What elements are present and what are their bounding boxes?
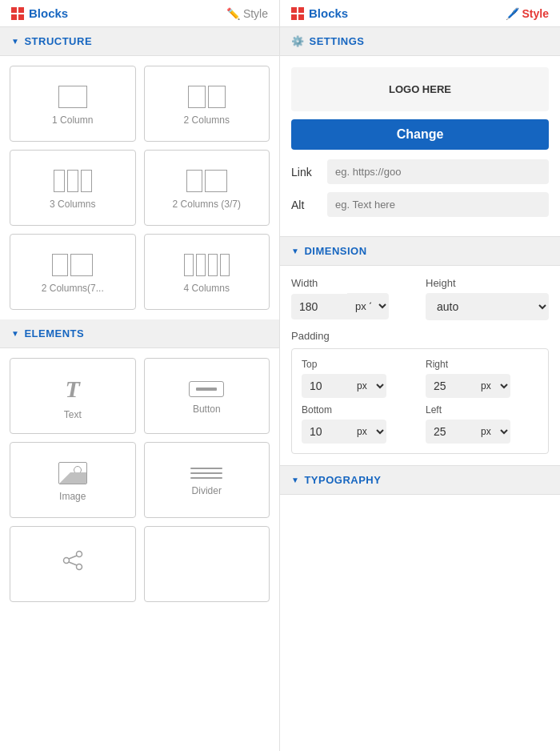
elements-section-header: ▼ ELEMENTS bbox=[0, 319, 279, 348]
padding-top-right-row: Top px ⇅ Right px ⇅ bbox=[302, 359, 538, 398]
padding-bottom-group: Bottom px ⇅ bbox=[302, 404, 414, 444]
padding-top-group: Top px ⇅ bbox=[302, 359, 414, 398]
block-2-columns-73-label: 2 Columns(7... bbox=[42, 283, 104, 294]
padding-right-input[interactable] bbox=[426, 374, 474, 398]
block-2-columns-37-label: 2 Columns (3/7) bbox=[173, 199, 241, 210]
element-empty[interactable] bbox=[144, 526, 270, 602]
left-panel-header: Blocks ✏️ Style bbox=[0, 0, 279, 27]
image-element-icon bbox=[58, 462, 87, 484]
padding-bottom-unit[interactable]: px ⇅ bbox=[350, 420, 386, 444]
left-panel: Blocks ✏️ Style ▼ STRUCTURE 1 Column 2 C… bbox=[0, 0, 280, 751]
element-image-label: Image bbox=[59, 491, 86, 502]
logo-text: LOGO HERE bbox=[389, 83, 451, 95]
right-style-label: Style bbox=[522, 7, 549, 20]
padding-left-group: Left px ⇅ bbox=[426, 404, 538, 444]
link-input[interactable] bbox=[327, 159, 549, 184]
padding-bottom-label: Bottom bbox=[302, 404, 414, 416]
element-share[interactable] bbox=[10, 526, 136, 602]
blocks-icon bbox=[11, 7, 24, 20]
1-column-icon bbox=[58, 86, 87, 108]
svg-line-3 bbox=[69, 556, 77, 559]
element-image[interactable]: Image bbox=[10, 442, 136, 518]
padding-box: Top px ⇅ Right px ⇅ bbox=[291, 348, 549, 454]
padding-top-wrap: px ⇅ bbox=[302, 374, 414, 398]
element-button-label: Button bbox=[193, 404, 221, 415]
dimension-title: DIMENSION bbox=[304, 245, 366, 257]
block-3-columns[interactable]: 3 Columns bbox=[10, 150, 136, 226]
style-tab-left[interactable]: ✏️ Style bbox=[226, 7, 268, 20]
block-2-columns-73[interactable]: 2 Columns(7... bbox=[10, 234, 136, 310]
padding-top-input[interactable] bbox=[302, 374, 350, 398]
right-panel-header: Blocks 🖊️ Style bbox=[280, 0, 560, 27]
2-columns-37-icon bbox=[186, 170, 227, 192]
svg-line-4 bbox=[69, 562, 77, 565]
settings-section-header: ⚙️ SETTINGS bbox=[280, 27, 560, 56]
padding-top-unit[interactable]: px ⇅ bbox=[350, 374, 386, 398]
svg-point-2 bbox=[76, 564, 82, 569]
typography-section-header[interactable]: ▼ TYPOGRAPHY bbox=[280, 466, 560, 495]
padding-bottom-input[interactable] bbox=[302, 420, 350, 444]
svg-point-1 bbox=[63, 557, 69, 563]
link-label: Link bbox=[291, 166, 319, 179]
2-columns-icon bbox=[188, 86, 226, 108]
padding-left-label: Left bbox=[426, 404, 538, 416]
divider-element-icon bbox=[190, 468, 222, 479]
elements-title: ELEMENTS bbox=[24, 327, 84, 339]
dimension-section-header: ▼ DIMENSION bbox=[280, 237, 560, 266]
width-input[interactable] bbox=[291, 294, 347, 319]
height-select[interactable]: auto px bbox=[426, 293, 549, 320]
blocks-tab[interactable]: Blocks bbox=[11, 6, 68, 20]
elements-grid: T Text Button Image Divider bbox=[0, 348, 279, 612]
padding-bottom-wrap: px ⇅ bbox=[302, 420, 414, 444]
block-1-column[interactable]: 1 Column bbox=[10, 66, 136, 142]
text-element-icon: T bbox=[66, 376, 80, 403]
element-divider[interactable]: Divider bbox=[144, 442, 270, 518]
right-panel: Blocks 🖊️ Style ⚙️ SETTINGS LOGO HERE Ch… bbox=[280, 0, 560, 751]
structure-section-header: ▼ STRUCTURE bbox=[0, 27, 279, 56]
structure-title: STRUCTURE bbox=[24, 35, 92, 47]
structure-grid: 1 Column 2 Columns 3 Columns 2 C bbox=[0, 56, 279, 319]
alt-label: Alt bbox=[291, 199, 319, 211]
4-columns-icon bbox=[184, 254, 230, 276]
padding-left-input[interactable] bbox=[426, 420, 474, 444]
element-text-label: Text bbox=[64, 409, 82, 420]
width-label: Width bbox=[291, 277, 414, 289]
right-pencil-icon: 🖊️ bbox=[506, 7, 519, 20]
block-4-columns[interactable]: 4 Columns bbox=[144, 234, 270, 310]
button-element-icon bbox=[189, 381, 224, 397]
style-label-left: Style bbox=[243, 7, 268, 20]
padding-left-unit[interactable]: px ⇅ bbox=[474, 420, 510, 444]
right-blocks-tab[interactable]: Blocks bbox=[291, 6, 348, 20]
block-2-columns-label: 2 Columns bbox=[184, 114, 230, 126]
padding-right-label: Right bbox=[426, 359, 538, 370]
padding-label: Padding bbox=[291, 330, 549, 342]
block-3-columns-label: 3 Columns bbox=[50, 199, 95, 210]
width-unit-select[interactable]: px ⇅ % bbox=[347, 293, 389, 319]
dimension-section: Width px ⇅ % Height auto px bbox=[280, 266, 560, 466]
2-columns-73-icon bbox=[52, 254, 93, 276]
width-input-wrap: px ⇅ % bbox=[291, 293, 414, 319]
padding-right-group: Right px ⇅ bbox=[426, 359, 538, 398]
padding-left-wrap: px ⇅ bbox=[426, 420, 538, 444]
width-height-row: Width px ⇅ % Height auto px bbox=[291, 277, 549, 320]
padding-right-unit[interactable]: px ⇅ bbox=[474, 374, 510, 398]
settings-title: SETTINGS bbox=[310, 35, 365, 47]
right-style-tab[interactable]: 🖊️ Style bbox=[506, 7, 549, 20]
alt-row: Alt bbox=[291, 192, 549, 217]
alt-input[interactable] bbox=[327, 192, 549, 217]
structure-chevron: ▼ bbox=[11, 37, 19, 46]
logo-area: LOGO HERE bbox=[291, 67, 549, 111]
elements-chevron: ▼ bbox=[11, 329, 19, 338]
height-label: Height bbox=[426, 277, 549, 289]
settings-gear-icon: ⚙️ bbox=[291, 35, 305, 47]
element-text[interactable]: T Text bbox=[10, 358, 136, 434]
block-2-columns-37[interactable]: 2 Columns (3/7) bbox=[144, 150, 270, 226]
share-element-icon bbox=[62, 549, 84, 576]
element-button[interactable]: Button bbox=[144, 358, 270, 434]
pencil-icon: ✏️ bbox=[226, 7, 240, 20]
svg-point-0 bbox=[76, 551, 82, 556]
element-divider-label: Divider bbox=[192, 485, 222, 496]
change-button[interactable]: Change bbox=[291, 119, 549, 150]
width-group: Width px ⇅ % bbox=[291, 277, 414, 320]
block-2-columns[interactable]: 2 Columns bbox=[144, 66, 270, 142]
